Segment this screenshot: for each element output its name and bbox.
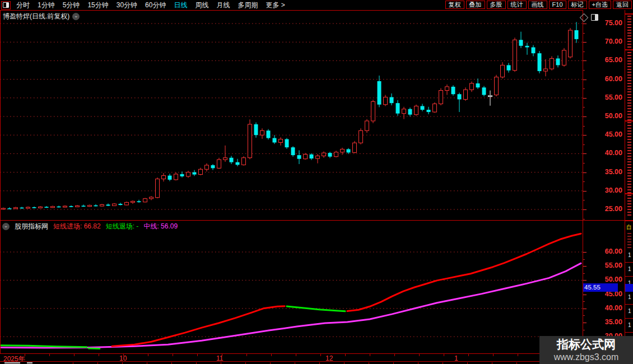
chart-title-row: 博盈特焊(日线.前复权) ⌄: [3, 12, 80, 21]
main-price-axis: 75.0070.0065.0060.0055.0050.0045.0040.00…: [583, 10, 625, 220]
strip-divider: [625, 318, 633, 319]
indicator-header: ⌄ 股朋指标网 短线进场: 66.82 短线退场: - 中线: 56.09: [0, 222, 178, 231]
axis-label: 50.00: [605, 276, 622, 283]
strip-divider: [625, 332, 633, 333]
axis-label: 35.00: [605, 168, 622, 176]
watermark-url: www.zbgs3.com: [539, 352, 633, 362]
watermark-title: 指标公式网: [539, 337, 633, 352]
toolbar-button-叠加[interactable]: 叠加: [466, 1, 485, 9]
axis-label: 35.00: [605, 318, 622, 326]
date-tick: [197, 354, 198, 356]
cutoff-text-fragment: [4, 362, 20, 363]
top-toolbar: 分时1分钟5分钟15分钟30分钟60分钟日线周线月线多周期更多 > 复权叠加多股…: [0, 0, 633, 11]
date-tick: [123, 354, 124, 356]
indicator-value-short-entry: 短线进场: 66.82: [53, 222, 101, 231]
toolbar-item-5分钟[interactable]: 5分钟: [63, 1, 80, 10]
date-tick: [148, 354, 148, 356]
axis-label: 40.00: [605, 304, 622, 312]
toolbar-item-日线[interactable]: 日线: [174, 1, 187, 10]
panel-divider: [0, 220, 633, 221]
chevron-down-icon[interactable]: ⌄: [72, 13, 80, 20]
date-tick: [419, 354, 420, 356]
date-tick: [222, 354, 222, 356]
axis-tick: [583, 280, 587, 281]
strip-digit: 1: [628, 266, 631, 272]
toolbar-button-F10[interactable]: F10: [549, 1, 566, 9]
toolbar-button-多股[interactable]: 多股: [487, 1, 506, 9]
date-tick: [246, 354, 247, 356]
strip-divider: [625, 304, 633, 305]
toolbar-button-返回[interactable]: 返回: [613, 1, 632, 9]
axis-tick: [583, 42, 587, 43]
axis-tick: [583, 153, 587, 154]
candlestick-chart[interactable]: [0, 10, 583, 220]
axis-label: 55.00: [605, 262, 622, 269]
indicator-value-midline: 中线: 56.09: [143, 222, 178, 231]
date-tick: [99, 354, 99, 356]
toolbar-item-30分钟[interactable]: 30分钟: [117, 1, 137, 10]
strip-digit: 1: [628, 322, 631, 328]
strip-divider: [625, 220, 633, 221]
strip-divider: [625, 49, 633, 50]
toolbar-button-复权[interactable]: 复权: [445, 1, 464, 9]
toolbar-item-60分钟[interactable]: 60分钟: [145, 1, 166, 10]
indicator-chart[interactable]: [0, 230, 583, 353]
date-tick: [74, 354, 75, 356]
strip-digit: 1: [628, 308, 631, 314]
toolbar-item-更多 >[interactable]: 更多 >: [266, 1, 285, 10]
axis-label: 25.00: [605, 205, 622, 213]
watermark-badge: 指标公式网 www.zbgs3.com: [539, 336, 633, 364]
strip-divider: [625, 262, 633, 263]
toolbar-button-+自选[interactable]: +自选: [589, 1, 611, 9]
toolbar-item-周线[interactable]: 周线: [195, 1, 208, 10]
date-tick: [296, 354, 296, 356]
indicator-value-short-exit: 短线退场: -: [106, 222, 139, 231]
layout-split-icon-glyph: [3, 2, 9, 8]
date-tick: [25, 354, 25, 356]
axis-label: 30.00: [605, 186, 622, 194]
strip-divider: [625, 13, 633, 15]
bottom-cut-strip: [0, 361, 633, 364]
strip-divider: [625, 120, 633, 122]
date-tick: [271, 354, 272, 356]
axis-tick: [583, 209, 587, 210]
strip-marker-highlight: [625, 284, 633, 292]
vertical-text-texture: [627, 16, 631, 217]
toolbar-item-1分钟[interactable]: 1分钟: [38, 1, 55, 10]
right-edge-strip[interactable]: 自 1111111: [625, 10, 633, 364]
axis-tick: [583, 80, 587, 80]
date-tick: [394, 354, 395, 356]
indicator-price-axis: 45.55 60.0055.0050.0045.0040.0035.0030.0…: [583, 230, 625, 353]
axis-label: 60.00: [605, 248, 622, 255]
toolbar-button-画线[interactable]: 画线: [528, 1, 547, 9]
date-tick: [518, 354, 518, 356]
axis-tick: [583, 266, 587, 267]
axis-tick: [583, 172, 587, 173]
axis-label: 55.00: [605, 94, 622, 101]
toolbar-right-items: 复权叠加多股统计画线F10标记+自选返回: [445, 1, 632, 9]
toolbar-item-15分钟[interactable]: 15分钟: [87, 1, 108, 10]
date-tick: [345, 354, 346, 356]
split-window-icon[interactable]: [591, 14, 598, 21]
indicator-site-name: 股朋指标网: [15, 222, 48, 231]
axis-tick: [583, 24, 587, 24]
layout-split-icon[interactable]: [1, 1, 11, 10]
cutoff-text-fragment: [27, 362, 32, 363]
panel-border: [0, 10, 1, 353]
date-tick: [444, 354, 444, 356]
strip-digit: 1: [628, 294, 631, 300]
strip-yellow-glyph[interactable]: 自: [626, 224, 632, 230]
axis-label: 65.00: [605, 56, 622, 64]
toolbar-left-items: 分时1分钟5分钟15分钟30分钟60分钟日线周线月线多周期更多 >: [16, 1, 285, 10]
axis-tick: [583, 60, 587, 61]
toolbar-item-月线[interactable]: 月线: [216, 1, 230, 10]
indicator-collapse-icon[interactable]: ⌄: [2, 223, 10, 230]
axis-label: 50.00: [605, 112, 622, 120]
toolbar-button-统计[interactable]: 统计: [508, 1, 527, 9]
value-marker-badge: 45.55: [583, 283, 618, 292]
axis-tick: [583, 323, 587, 323]
axis-tick: [583, 116, 587, 117]
toolbar-button-标记[interactable]: 标记: [568, 1, 587, 9]
toolbar-item-分时[interactable]: 分时: [16, 1, 30, 10]
toolbar-item-多周期[interactable]: 多周期: [238, 1, 258, 10]
